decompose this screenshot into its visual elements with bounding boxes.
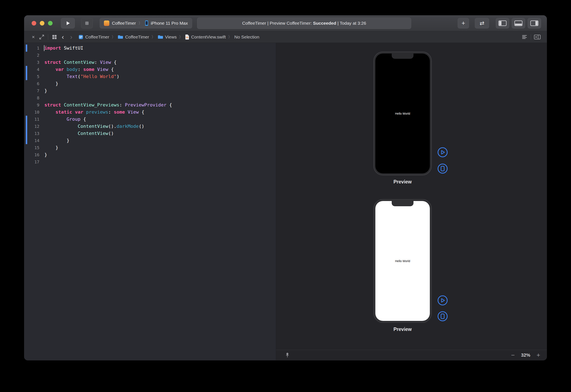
- inspector-toggle-button[interactable]: [528, 18, 541, 28]
- code-line-12[interactable]: 12 ContentView().darkMode(): [24, 123, 276, 130]
- code-line-13[interactable]: 13 ContentView(): [24, 130, 276, 137]
- line-number[interactable]: 7: [27, 87, 39, 94]
- breadcrumb-item-group[interactable]: CoffeeTimer: [118, 35, 149, 40]
- line-number[interactable]: 11: [27, 116, 39, 123]
- breadcrumb-item-selection[interactable]: No Selection: [234, 35, 259, 40]
- change-indicator: [26, 158, 27, 166]
- close-editor-icon[interactable]: ×: [29, 33, 37, 41]
- live-preview-button[interactable]: [437, 295, 448, 306]
- line-number[interactable]: 1: [27, 44, 39, 52]
- line-number[interactable]: 15: [27, 144, 39, 151]
- breadcrumb-separator: 〉: [177, 34, 185, 40]
- code-line-8[interactable]: 8: [24, 94, 276, 101]
- code-line-6[interactable]: 6 }: [24, 80, 276, 87]
- zoom-in-button[interactable]: +: [536, 352, 540, 358]
- live-preview-play-icon: [437, 147, 448, 158]
- line-number[interactable]: 6: [27, 80, 39, 87]
- traffic-lights: [32, 21, 53, 26]
- line-number[interactable]: 9: [27, 101, 39, 109]
- live-preview-button[interactable]: [437, 147, 448, 158]
- breadcrumb-item-views[interactable]: Views: [158, 35, 177, 40]
- line-number[interactable]: 12: [27, 123, 39, 130]
- editor-options-icon[interactable]: [520, 33, 529, 41]
- run-destination: iPhone 11 Pro Max: [151, 21, 188, 26]
- code-text: Group {: [45, 116, 86, 123]
- preview-device-dark[interactable]: Hello World: [374, 52, 432, 175]
- preview-device-light[interactable]: Hello World: [374, 199, 432, 323]
- swift-file-icon: [185, 35, 189, 40]
- change-indicator: [26, 130, 27, 137]
- pin-button[interactable]: [285, 352, 290, 358]
- zoom-out-button[interactable]: −: [511, 352, 515, 358]
- add-editor-icon[interactable]: [533, 33, 541, 41]
- line-number[interactable]: 14: [27, 137, 39, 144]
- code-line-15[interactable]: 15 }: [24, 144, 276, 151]
- code-line-16[interactable]: 16}: [24, 151, 276, 158]
- activity-status-display: CoffeeTimer | Preview CoffeeTimer: Succe…: [197, 18, 411, 29]
- code-line-7[interactable]: 7}: [24, 87, 276, 94]
- breadcrumb-item-file[interactable]: ContentView.swift: [185, 35, 225, 40]
- line-number[interactable]: 5: [27, 73, 39, 80]
- navigator-panel-icon: [498, 20, 507, 26]
- breadcrumb-item-project[interactable]: CoffeeTimer: [78, 35, 109, 40]
- line-number[interactable]: 13: [27, 130, 39, 137]
- source-editor[interactable]: 1import SwiftUI23struct ContentView: Vie…: [24, 43, 276, 360]
- focus-editor-icon[interactable]: [37, 33, 46, 41]
- pin-icon: [285, 352, 290, 358]
- change-indicator: [26, 44, 27, 52]
- code-line-2[interactable]: 2: [24, 52, 276, 59]
- back-chevron-icon[interactable]: ‹: [59, 33, 67, 41]
- code-line-11[interactable]: 11 Group {: [24, 116, 276, 123]
- line-number[interactable]: 8: [27, 94, 39, 101]
- code-line-14[interactable]: 14 }: [24, 137, 276, 144]
- play-icon: [65, 20, 71, 26]
- code-line-1[interactable]: 1import SwiftUI: [24, 44, 276, 52]
- run-button[interactable]: [61, 18, 75, 28]
- preview-on-device-button[interactable]: [437, 163, 448, 174]
- plus-icon: +: [462, 20, 465, 27]
- jump-bar: × ‹ ›: [24, 31, 547, 43]
- line-number[interactable]: 16: [27, 151, 39, 158]
- code-line-17[interactable]: 17: [24, 158, 276, 166]
- editor-area: 1import SwiftUI23struct ContentView: Vie…: [24, 43, 547, 360]
- change-indicator: [26, 87, 27, 94]
- code-line-10[interactable]: 10 static var previews: some View {: [24, 109, 276, 116]
- close-window-button[interactable]: [32, 21, 36, 26]
- breadcrumb-separator: 〉: [149, 34, 158, 40]
- scheme-selector[interactable]: CoffeeTimer 〉 iPhone 11 Pro Max: [100, 18, 192, 28]
- preview-screen-light: Hello World: [375, 201, 430, 321]
- related-items-icon[interactable]: [50, 33, 59, 41]
- breadcrumb-separator: 〉: [109, 34, 118, 40]
- change-indicator: [26, 94, 27, 101]
- code-lines: 1import SwiftUI23struct ContentView: Vie…: [24, 44, 276, 166]
- line-number[interactable]: 2: [27, 52, 39, 59]
- line-number[interactable]: 17: [27, 158, 39, 166]
- stop-icon: [85, 21, 89, 26]
- device-icon: [145, 20, 148, 26]
- line-number[interactable]: 4: [27, 66, 39, 73]
- preview-canvas: Hello World Preview Hello: [276, 43, 547, 360]
- change-indicator: [26, 66, 27, 73]
- code-line-3[interactable]: 3struct ContentView: View {: [24, 59, 276, 66]
- stop-button[interactable]: [81, 18, 93, 28]
- zoom-window-button[interactable]: [48, 21, 53, 26]
- library-button[interactable]: +: [458, 18, 469, 28]
- code-line-4[interactable]: 4 var body: some View {: [24, 66, 276, 73]
- debug-panel-icon: [514, 20, 523, 26]
- canvas-bottom-bar: − 32% +: [276, 350, 547, 360]
- preview-on-device-button[interactable]: [437, 311, 448, 322]
- preview-label: Preview: [374, 326, 432, 332]
- line-number[interactable]: 3: [27, 59, 39, 66]
- navigator-toggle-button[interactable]: [496, 18, 509, 28]
- forward-chevron-icon[interactable]: ›: [67, 33, 75, 41]
- minimize-window-button[interactable]: [40, 21, 45, 26]
- line-number[interactable]: 10: [27, 109, 39, 116]
- debug-area-toggle-button[interactable]: [512, 18, 525, 28]
- change-indicator: [26, 80, 27, 87]
- change-indicator: [26, 109, 27, 116]
- code-line-9[interactable]: 9struct ContentView_Previews: PreviewPro…: [24, 101, 276, 109]
- swap-editors-button[interactable]: ⇄: [475, 18, 489, 28]
- change-indicator: [26, 123, 27, 130]
- code-text: static var previews: some View {: [45, 109, 144, 116]
- code-line-5[interactable]: 5 Text("Hello World"): [24, 73, 276, 80]
